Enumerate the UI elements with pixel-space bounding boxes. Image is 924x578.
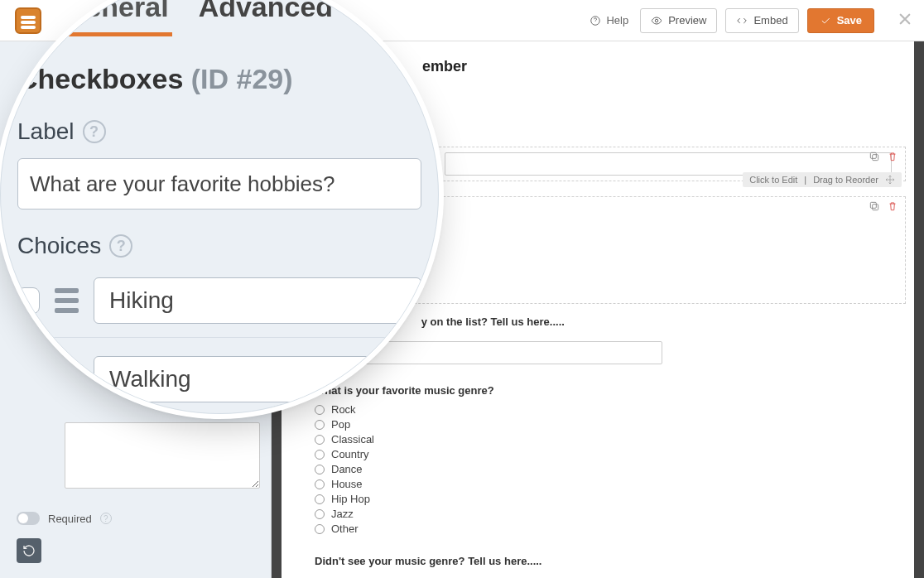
choice-row: [17, 277, 421, 338]
radio-option[interactable]: Rock: [315, 403, 906, 416]
label-input[interactable]: [17, 158, 421, 210]
preview-label: Preview: [668, 14, 706, 26]
radio-icon: [315, 450, 325, 460]
panel-textarea[interactable]: [65, 422, 260, 489]
radio-option[interactable]: Classical: [315, 433, 906, 446]
radio-icon: [315, 524, 325, 534]
svg-rect-2: [873, 155, 878, 161]
other-hobby-question: Didn't see your hobby on the list? Tell …: [315, 315, 906, 328]
radio-icon: [315, 465, 325, 474]
radio-option[interactable]: Hip Hop: [315, 493, 906, 505]
svg-point-1: [655, 19, 658, 22]
radio-label: Country: [331, 448, 369, 460]
radio-label: Dance: [331, 463, 363, 475]
radio-icon: [315, 494, 325, 504]
preview-button[interactable]: Preview: [640, 8, 717, 33]
radio-label: Pop: [331, 418, 350, 431]
tab-advanced[interactable]: Advanced: [199, 0, 334, 28]
radio-option[interactable]: Other: [315, 523, 906, 535]
save-button[interactable]: Save: [807, 8, 874, 33]
help-icon: [590, 15, 601, 26]
label-help-icon[interactable]: ?: [83, 120, 106, 143]
delete-icon[interactable]: [887, 200, 898, 212]
radio-option[interactable]: House: [315, 478, 906, 490]
radio-label: Classical: [331, 433, 374, 446]
duplicate-icon[interactable]: [869, 200, 880, 212]
svg-rect-3: [870, 152, 876, 158]
radio-label: Rock: [331, 403, 356, 416]
radio-option[interactable]: Jazz: [315, 508, 906, 520]
radio-icon: [315, 479, 325, 489]
panel-title: Checkboxes (ID #29): [17, 63, 421, 95]
choices-help-icon[interactable]: ?: [109, 234, 132, 258]
music-question: What is your favorite music genre?: [315, 384, 906, 397]
radio-label: Jazz: [331, 508, 354, 520]
radio-icon: [315, 405, 325, 415]
eye-icon: [651, 15, 662, 26]
help-label: Help: [606, 14, 628, 26]
help-link[interactable]: Help: [586, 14, 632, 26]
radio-option[interactable]: Country: [315, 448, 906, 460]
app-logo: [12, 4, 45, 37]
required-label: Required: [48, 513, 92, 525]
svg-rect-4: [873, 205, 878, 210]
choice-input[interactable]: [94, 277, 421, 324]
label-heading: Label ?: [17, 118, 421, 145]
close-builder-button[interactable]: [893, 10, 917, 31]
radio-icon: [315, 435, 325, 445]
radio-option[interactable]: Dance: [315, 463, 906, 475]
radio-label: Other: [331, 523, 359, 535]
code-icon: [736, 15, 748, 26]
delete-icon[interactable]: [887, 151, 898, 162]
radio-label: Hip Hop: [331, 493, 370, 505]
embed-label: Embed: [753, 14, 787, 26]
radio-option[interactable]: Pop: [315, 418, 906, 431]
save-label: Save: [837, 14, 862, 26]
choices-heading: Choices ?: [17, 233, 421, 259]
svg-rect-5: [870, 202, 876, 208]
required-help-icon[interactable]: ?: [100, 513, 112, 524]
embed-button[interactable]: Embed: [725, 8, 798, 33]
required-toggle[interactable]: [17, 512, 40, 525]
radio-icon: [315, 420, 325, 430]
check-icon: [820, 15, 831, 26]
revisions-button[interactable]: [17, 538, 41, 563]
radio-label: House: [331, 478, 363, 490]
tab-advanced-label: Advanced: [199, 0, 334, 22]
radio-icon: [315, 509, 325, 519]
close-icon: [898, 12, 912, 26]
history-icon: [22, 544, 36, 557]
music-other-question: Didn't see your music genre? Tell us her…: [315, 555, 906, 567]
reorder-hint: Click to Edit | Drag to Reorder: [743, 172, 902, 187]
drag-handle-icon[interactable]: [55, 288, 79, 313]
move-icon: [885, 175, 895, 185]
duplicate-icon[interactable]: [869, 151, 880, 162]
